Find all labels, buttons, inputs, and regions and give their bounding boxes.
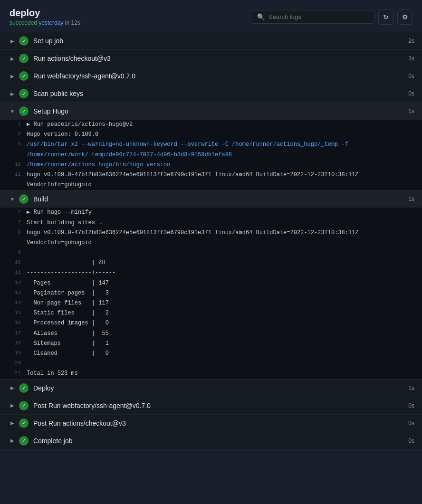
log-line: 19 Cleaned | 0	[0, 349, 422, 359]
time-link[interactable]: yesterday	[38, 19, 63, 26]
log-line: /home/runner/work/_temp/de96c724-7037-4d…	[0, 150, 422, 160]
line-content: Cleaned | 0	[27, 349, 422, 359]
line-content: Paginator pages | 3	[27, 288, 422, 298]
status-icon-deploy	[19, 383, 29, 393]
status-icon-setup-job	[19, 36, 29, 46]
line-content: Static files | 2	[27, 308, 422, 318]
search-box[interactable]: 🔍	[251, 10, 374, 24]
job-time-build: 1s	[400, 196, 414, 202]
job-row-ssh-agent[interactable]: Run webfactory/ssh-agent@v0.7.0 0s	[0, 67, 422, 85]
in-label: in	[65, 19, 71, 26]
job-item-checkout: Run actions/checkout@v3 3s	[0, 50, 422, 67]
status-icon-post-checkout	[19, 418, 29, 428]
log-line: 1 ▶ Run peaceiris/actions-hugo@v2	[0, 120, 422, 130]
line-number: 14	[8, 298, 27, 307]
job-time-deploy: 1s	[400, 385, 414, 391]
log-line: 17 Aliases | 55	[0, 329, 422, 339]
line-content: hugo v0.109.0-47b12b83e636224e5e601813ff…	[27, 170, 422, 180]
log-line: 9	[0, 248, 422, 258]
line-number: 19	[8, 349, 27, 358]
job-row-checkout[interactable]: Run actions/checkout@v3 3s	[0, 50, 422, 67]
chevron-icon-setup-hugo	[8, 106, 17, 116]
line-number: 21	[8, 369, 27, 378]
job-item-complete-job: Complete job 0s	[0, 432, 422, 450]
job-time-setup-hugo: 1s	[400, 108, 414, 114]
job-time-setup-job: 2s	[400, 38, 414, 44]
settings-button[interactable]: ⚙	[397, 10, 412, 25]
line-number: 8	[8, 228, 27, 237]
log-line: 7 Start building sites …	[0, 218, 422, 228]
chevron-icon-checkout	[8, 54, 17, 63]
job-item-deploy: Deploy 1s	[0, 380, 422, 397]
log-line: 12 Pages | 147	[0, 278, 422, 288]
line-content: VendorInfo=gohugoio	[27, 180, 422, 190]
log-line: 1 ▶ Run hugo --minify	[0, 208, 422, 218]
log-line: 13 Paginator pages | 3	[0, 288, 422, 298]
log-line: 14 Non-page files | 117	[0, 298, 422, 308]
job-time-scan-keys: 0s	[400, 90, 414, 97]
line-number: 8	[8, 130, 27, 139]
chevron-icon-post-checkout	[8, 418, 17, 428]
line-content: hugo v0.109.0-47b12b83e636224e5e601813ff…	[27, 228, 422, 238]
line-number: 9	[8, 248, 27, 257]
job-time-post-ssh-agent: 0s	[400, 402, 414, 409]
search-input[interactable]	[269, 13, 368, 20]
job-row-build[interactable]: Build 1s	[0, 190, 422, 208]
refresh-button[interactable]: ↻	[378, 10, 393, 25]
job-item-scan-keys: Scan public keys 0s	[0, 85, 422, 103]
job-row-deploy[interactable]: Deploy 1s	[0, 380, 422, 397]
log-line: 11 -------------------+------	[0, 268, 422, 278]
chevron-icon-deploy	[8, 383, 17, 393]
line-number: 20	[8, 359, 27, 368]
job-row-complete-job[interactable]: Complete job 0s	[0, 432, 422, 449]
header: deploy succeeded yesterday in 12s 🔍 ↻ ⚙	[0, 0, 422, 32]
search-icon: 🔍	[257, 13, 265, 20]
line-content	[27, 359, 422, 369]
line-content: | ZH	[27, 258, 422, 268]
job-row-setup-hugo[interactable]: Setup Hugo 1s	[0, 103, 422, 120]
line-number: 11	[8, 268, 27, 277]
job-name-scan-keys: Scan public keys	[33, 90, 400, 97]
log-content-setup-hugo: 1 ▶ Run peaceiris/actions-hugo@v2 8 Hugo…	[0, 120, 422, 190]
job-name-ssh-agent: Run webfactory/ssh-agent@v0.7.0	[33, 72, 400, 80]
job-row-post-ssh-agent[interactable]: Post Run webfactory/ssh-agent@v0.7.0 0s	[0, 397, 422, 414]
job-time-complete-job: 0s	[400, 437, 414, 444]
status-icon-setup-hugo	[19, 106, 29, 116]
job-row-setup-job[interactable]: Set up job 2s	[0, 32, 422, 49]
log-line: 8 hugo v0.109.0-47b12b83e636224e5e601813…	[0, 228, 422, 238]
line-content	[27, 248, 422, 258]
job-name-deploy: Deploy	[33, 384, 400, 392]
line-content: VendorInfo=gohugoio	[27, 238, 422, 248]
log-line: VendorInfo=gohugoio	[0, 180, 422, 190]
job-name-build: Build	[33, 195, 400, 203]
line-number	[8, 238, 27, 238]
chevron-icon-setup-job	[8, 36, 17, 46]
job-time-checkout: 3s	[400, 55, 414, 62]
chevron-icon-build	[8, 194, 17, 204]
line-number: 17	[8, 329, 27, 338]
line-number: 7	[8, 218, 27, 227]
log-line: VendorInfo=gohugoio	[0, 238, 422, 248]
job-name-complete-job: Complete job	[33, 437, 400, 445]
page-title: deploy	[10, 8, 80, 19]
job-item-setup-hugo: Setup Hugo 1s 1 ▶ Run peaceiris/actions-…	[0, 103, 422, 190]
job-item-ssh-agent: Run webfactory/ssh-agent@v0.7.0 0s	[0, 67, 422, 85]
line-number: 11	[8, 170, 27, 179]
job-row-post-checkout[interactable]: Post Run actions/checkout@v3 0s	[0, 415, 422, 432]
line-number: 9	[8, 140, 27, 149]
chevron-icon-complete-job	[8, 436, 17, 446]
job-row-scan-keys[interactable]: Scan public keys 0s	[0, 85, 422, 102]
line-content: -------------------+------	[27, 268, 422, 278]
job-item-setup-job: Set up job 2s	[0, 32, 422, 50]
duration-label: 12s	[71, 19, 80, 26]
refresh-icon: ↻	[383, 13, 389, 21]
log-line: 21 Total in 523 ms	[0, 369, 422, 379]
job-name-post-ssh-agent: Post Run webfactory/ssh-agent@v0.7.0	[33, 402, 400, 409]
line-content: /home/runner/work/_temp/de96c724-7037-4d…	[27, 150, 422, 160]
line-content: /home/runner/actions_hugo/bin/hugo versi…	[27, 160, 422, 170]
status-icon-checkout	[19, 54, 29, 63]
status-icon-post-ssh-agent	[19, 401, 29, 410]
line-number: 18	[8, 339, 27, 348]
log-line: 16 Processed images | 0	[0, 318, 422, 328]
line-number: 16	[8, 318, 27, 327]
